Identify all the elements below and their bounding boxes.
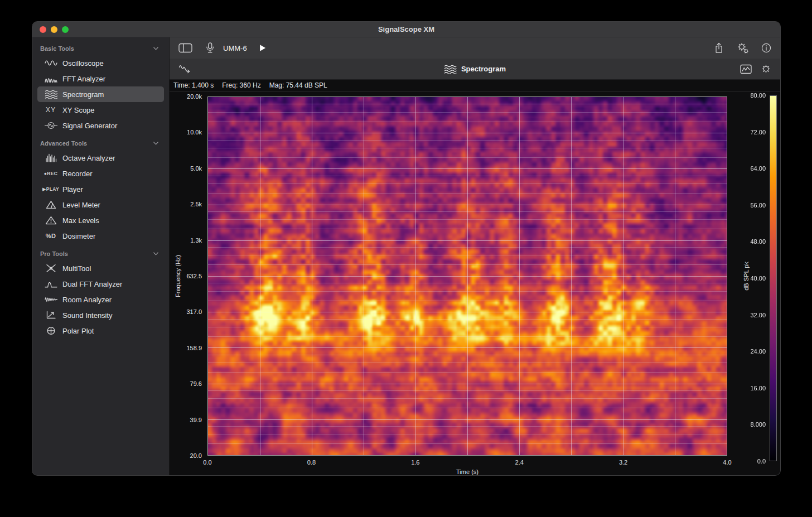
sidebar-item-dual-fft-analyzer[interactable]: Dual FFT Analyzer xyxy=(37,276,164,292)
y-axis-tick: 20.0 xyxy=(190,452,202,459)
section-header-basic-tools[interactable]: Basic Tools xyxy=(32,42,169,55)
sidebar-item-spectrogram[interactable]: Spectrogram xyxy=(37,86,164,102)
window-title: SignalScope XM xyxy=(32,25,780,33)
cursor-freq-readout: Freq: 360 Hz xyxy=(222,81,260,89)
view-settings-gear-icon[interactable] xyxy=(761,64,771,74)
section-label: Pro Tools xyxy=(40,250,68,257)
sidebar-item-label: Max Levels xyxy=(62,216,99,225)
section-label: Advanced Tools xyxy=(40,140,87,147)
sidebar-item-label: Octave Analyzer xyxy=(62,154,115,162)
dosimeter-icon: %D xyxy=(41,233,60,239)
sidebar-item-label: Sound Intensity xyxy=(62,311,113,320)
x-axis-tick: 0.8 xyxy=(307,459,316,466)
colorbar[interactable] xyxy=(770,95,777,461)
chevron-down-icon[interactable] xyxy=(153,141,159,146)
signal-flow-icon[interactable] xyxy=(178,64,191,74)
sidebar: Basic ToolsOscilloscopeFFT AnalyzerSpect… xyxy=(32,37,170,475)
sound-intensity-icon xyxy=(41,311,60,320)
spectrogram-icon xyxy=(41,90,60,99)
sidebar-item-label: Player xyxy=(62,185,83,194)
traffic-lights xyxy=(40,26,69,33)
zoom-button[interactable] xyxy=(62,26,69,33)
sidebar-item-signal-generator[interactable]: Signal Generator xyxy=(37,118,164,133)
minimize-button[interactable] xyxy=(51,26,57,33)
cursor-statusbar: Time: 1.400 s Freq: 360 Hz Mag: 75.44 dB… xyxy=(170,80,780,91)
y-axis-tick: 79.6 xyxy=(190,380,202,387)
level-meter-icon xyxy=(41,200,60,209)
settings-gears-icon[interactable] xyxy=(736,42,749,54)
player-icon: ▶PLAY xyxy=(41,186,60,192)
sidebar-toggle-icon[interactable] xyxy=(178,43,192,53)
sidebar-item-level-meter[interactable]: Level Meter xyxy=(37,197,164,212)
polar-plot-icon xyxy=(41,326,60,335)
colorbar-tick: 80.00 xyxy=(750,92,766,99)
colorbar-tick: 48.00 xyxy=(750,238,766,245)
sidebar-item-room-analyzer[interactable]: Room Analyzer xyxy=(37,292,164,307)
sidebar-item-label: MultiTool xyxy=(62,264,91,273)
y-axis-tick: 158.9 xyxy=(186,345,202,351)
x-axis-tick: 3.2 xyxy=(619,459,627,466)
oscilloscope-icon xyxy=(41,59,60,67)
x-axis-ticks: 0.00.81.62.43.24.0 xyxy=(207,459,727,467)
sidebar-item-max-levels[interactable]: Max Levels xyxy=(37,212,164,228)
y-axis-tick: 632.5 xyxy=(186,273,202,279)
colorbar-tick: 56.00 xyxy=(750,202,766,209)
spectrogram-icon xyxy=(444,65,456,74)
colorbar-tick: 40.00 xyxy=(750,275,766,282)
sidebar-item-xy-scope[interactable]: XYXY Scope xyxy=(37,102,164,118)
sidebar-item-octave-analyzer[interactable]: Octave Analyzer xyxy=(37,150,164,166)
main-toolbar: UMM-6 xyxy=(170,37,780,59)
microphone-icon[interactable] xyxy=(205,42,215,54)
colorbar-ticks: 80.0072.0064.0056.0048.0040.0032.0024.00… xyxy=(726,95,766,461)
sidebar-item-multitool[interactable]: MultiTool xyxy=(37,260,164,276)
x-axis-label: Time (s) xyxy=(456,468,478,475)
y-axis-tick: 10.0k xyxy=(187,129,202,136)
sidebar-item-dosimeter[interactable]: %DDosimeter xyxy=(37,228,164,244)
colorbar-tick: 64.00 xyxy=(750,165,766,172)
info-icon[interactable] xyxy=(761,43,771,53)
share-icon[interactable] xyxy=(714,42,724,54)
close-button[interactable] xyxy=(40,26,46,33)
main-content: UMM-6 Spectrogram Time: 1.400 s xyxy=(170,37,780,475)
y-axis-tick: 20.0k xyxy=(187,93,202,100)
sidebar-item-oscilloscope[interactable]: Oscilloscope xyxy=(37,55,164,71)
octave-analyzer-icon xyxy=(41,153,60,162)
room-analyzer-icon xyxy=(41,295,60,304)
sidebar-item-player[interactable]: ▶PLAYPlayer xyxy=(37,181,164,197)
plot-region: Time: 1.400 s Freq: 360 Hz Mag: 75.44 dB… xyxy=(170,80,780,475)
x-axis-tick: 2.4 xyxy=(515,459,524,466)
colorbar-tick: 8.000 xyxy=(750,421,766,428)
device-name[interactable]: UMM-6 xyxy=(223,44,247,52)
sidebar-item-label: Dosimeter xyxy=(62,232,95,240)
colorbar-tick: 24.00 xyxy=(750,348,766,355)
sidebar-item-label: Dual FFT Analyzer xyxy=(62,280,122,288)
sidebar-item-label: Polar Plot xyxy=(62,327,94,335)
chevron-down-icon[interactable] xyxy=(153,46,159,51)
y-axis-tick: 1.3k xyxy=(190,237,202,244)
sidebar-item-label: Oscilloscope xyxy=(62,59,104,67)
xy-scope-icon: XY xyxy=(41,106,60,114)
chevron-down-icon[interactable] xyxy=(153,252,159,256)
y-axis-tick: 2.5k xyxy=(190,201,202,207)
app-window: SignalScope XM Basic ToolsOscilloscopeFF… xyxy=(32,21,781,476)
section-header-advanced-tools[interactable]: Advanced Tools xyxy=(32,137,169,150)
titlebar[interactable]: SignalScope XM xyxy=(32,22,780,37)
spectrogram-plot[interactable] xyxy=(207,96,727,456)
sidebar-item-sound-intensity[interactable]: Sound Intensity xyxy=(37,307,164,323)
sidebar-item-label: Recorder xyxy=(62,170,92,178)
colorbar-tick: 16.00 xyxy=(750,385,766,392)
cursor-time-readout: Time: 1.400 s xyxy=(173,81,214,89)
signal-generator-icon xyxy=(41,121,60,130)
view-title-group: Spectrogram xyxy=(444,65,506,74)
play-button[interactable] xyxy=(259,44,266,52)
section-header-pro-tools[interactable]: Pro Tools xyxy=(32,247,169,260)
colorbar-tick: 0.0 xyxy=(757,458,766,465)
spectrogram-canvas[interactable] xyxy=(208,97,727,455)
sidebar-item-polar-plot[interactable]: Polar Plot xyxy=(37,323,164,339)
sidebar-item-label: Room Analyzer xyxy=(62,296,112,304)
analyzer-view-icon[interactable] xyxy=(740,64,752,74)
sidebar-item-recorder[interactable]: ●RECRecorder xyxy=(37,166,164,181)
multitool-icon xyxy=(41,264,60,273)
sidebar-item-fft-analyzer[interactable]: FFT Analyzer xyxy=(37,71,164,86)
sidebar-item-label: Level Meter xyxy=(62,201,100,209)
